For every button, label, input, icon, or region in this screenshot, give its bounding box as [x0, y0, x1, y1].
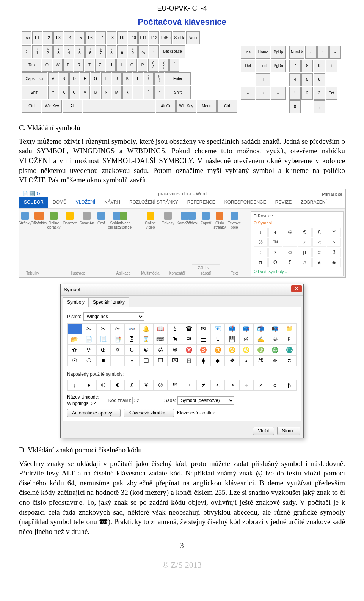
char-cell[interactable]: 📖 — [154, 323, 168, 334]
symbol-cell[interactable]: α — [312, 248, 326, 257]
ribbon-icon[interactable] — [202, 212, 210, 220]
symbol-cell[interactable]: Ω — [268, 258, 282, 267]
ribbon-icon[interactable] — [164, 212, 172, 220]
ribbon-tab[interactable]: REFERENCE — [183, 197, 220, 208]
char-cell[interactable]: ☠ — [268, 334, 282, 345]
char-cell[interactable]: ♉ — [196, 345, 211, 355]
char-cell[interactable]: ♎ — [268, 345, 282, 355]
symbol-cell[interactable]: ☺ — [298, 258, 312, 267]
recent-cell[interactable]: © — [96, 380, 111, 391]
char-cell[interactable]: ⚐ — [282, 334, 297, 345]
char-cell[interactable]: 🖴 — [196, 334, 211, 345]
char-cell[interactable]: 🗄 — [125, 334, 139, 345]
char-cell[interactable]: 📬 — [254, 323, 268, 334]
recent-cell[interactable]: ♦ — [82, 380, 96, 391]
char-cell[interactable]: ✂ — [82, 323, 96, 334]
char-cell[interactable]: ♈ — [182, 345, 196, 355]
char-cell[interactable]: 💾 — [225, 334, 239, 345]
ribbon-button-label[interactable]: Obrazce — [63, 221, 77, 225]
recent-cell[interactable]: ± — [182, 380, 196, 391]
char-cell[interactable]: ✇ — [239, 334, 254, 345]
tab-symbols[interactable]: Symboly — [63, 297, 89, 307]
symbol-cell[interactable]: µ — [298, 248, 312, 257]
char-cell[interactable]: 🖰 — [168, 334, 182, 345]
char-cell[interactable]: ⍓ — [182, 355, 196, 366]
char-cell[interactable]: ✵ — [268, 355, 282, 366]
char-cell[interactable]: ✁ — [110, 323, 125, 334]
char-cell[interactable]: ♍ — [254, 345, 268, 355]
recent-cell[interactable]: ≥ — [225, 380, 239, 391]
char-cell[interactable]: ⌛ — [139, 334, 154, 345]
char-cell[interactable]: ♊ — [211, 345, 225, 355]
char-cell[interactable]: 📃 — [96, 334, 111, 345]
recent-cell[interactable]: ≤ — [211, 380, 225, 391]
symbol-cell[interactable]: Σ — [283, 258, 297, 267]
char-cell[interactable]: ॐ — [154, 345, 168, 355]
insert-button[interactable]: Vložit — [253, 427, 274, 435]
char-cell[interactable]: ✿ — [67, 345, 82, 355]
rovnice-item[interactable]: Π Rovnice — [254, 213, 273, 219]
ribbon-button-label[interactable]: SmartArt — [79, 221, 94, 225]
ribbon-icon[interactable] — [21, 212, 29, 220]
char-cell[interactable]: 📑 — [110, 334, 125, 345]
recent-cell[interactable]: ÷ — [239, 380, 254, 391]
ribbon-button-label[interactable]: Graf — [97, 221, 105, 225]
symbol-item[interactable]: Ω Symbol — [254, 220, 272, 226]
ribbon-tab[interactable]: SOUBOR — [19, 197, 48, 208]
tab-special[interactable]: Speciální znaky — [89, 297, 129, 307]
char-cell[interactable]: ♏ — [282, 345, 297, 355]
char-cell[interactable]: 🕯 — [168, 323, 182, 334]
font-select[interactable]: Wingdings — [83, 312, 144, 321]
ribbon-tab[interactable]: ROZLOŽENÍ STRÁNKY — [125, 197, 183, 208]
char-cell[interactable]: ✉ — [196, 323, 211, 334]
char-cell[interactable]: ♌ — [239, 345, 254, 355]
symbol-cell[interactable]: ∞ — [283, 248, 297, 257]
symbol-cell[interactable]: ↓ — [254, 228, 268, 237]
recent-cell[interactable]: ¥ — [139, 380, 154, 391]
char-cell[interactable]: ✍ — [254, 334, 268, 345]
autocorrect-button[interactable]: Automatické opravy... — [67, 409, 121, 417]
char-cell[interactable]: ❒ — [154, 355, 168, 366]
symbol-cell[interactable]: × — [268, 248, 282, 257]
ribbon-button-label[interactable]: Online obrázky — [47, 221, 60, 229]
signin-link[interactable]: Přihlásit se — [322, 191, 342, 197]
recent-cell[interactable]: € — [110, 380, 125, 391]
char-cell[interactable]: 📂 — [67, 334, 82, 345]
ribbon-tab[interactable]: REVIZE — [271, 197, 296, 208]
char-cell[interactable]: ✠ — [96, 345, 111, 355]
symbol-cell[interactable]: ♦ — [268, 228, 282, 237]
char-cell[interactable]: 🖫 — [211, 334, 225, 345]
char-cell[interactable]: ⬧ — [239, 355, 254, 366]
symbol-cell[interactable]: ♣ — [327, 258, 341, 267]
ribbon-icon[interactable] — [50, 212, 58, 220]
char-cell[interactable] — [67, 323, 82, 334]
symbol-cell[interactable]: £ — [312, 228, 326, 237]
code-input[interactable] — [132, 397, 155, 404]
recent-cell[interactable]: α — [268, 380, 282, 391]
recent-cell[interactable]: ≠ — [196, 380, 211, 391]
char-cell[interactable]: ☸ — [168, 345, 182, 355]
char-cell[interactable]: ⧫ — [196, 355, 211, 366]
symbol-cell[interactable]: ≥ — [327, 238, 341, 247]
ribbon-button-label[interactable]: Online video — [140, 221, 161, 229]
recent-cell[interactable]: £ — [125, 380, 139, 391]
char-cell[interactable]: 📁 — [282, 323, 297, 334]
shortcut-button[interactable]: Klávesová zkratka... — [124, 409, 174, 417]
char-cell[interactable]: ⯏ — [282, 355, 297, 366]
char-cell[interactable]: □ — [110, 355, 125, 366]
close-icon[interactable]: ✕ — [291, 285, 302, 292]
ribbon-icon[interactable] — [66, 212, 74, 220]
recent-cell[interactable]: × — [254, 380, 268, 391]
char-cell[interactable]: 📫 — [225, 323, 239, 334]
ribbon-icon[interactable] — [34, 212, 42, 220]
more-symbols[interactable]: Ω Další symboly... — [254, 269, 341, 275]
ribbon-icon[interactable] — [83, 212, 91, 220]
char-cell[interactable]: ☎ — [182, 323, 196, 334]
ribbon-button-label[interactable]: Obrázky — [31, 221, 45, 225]
ribbon-tab[interactable]: DOMŮ — [48, 197, 71, 208]
char-cell[interactable]: ◆ — [211, 355, 225, 366]
char-cell[interactable]: ✡ — [110, 345, 125, 355]
symbol-cell[interactable]: β — [327, 248, 341, 257]
sada-select[interactable]: Symbol (desítkově) — [177, 396, 234, 405]
ribbon-button-label[interactable]: Textové pole — [224, 221, 245, 229]
